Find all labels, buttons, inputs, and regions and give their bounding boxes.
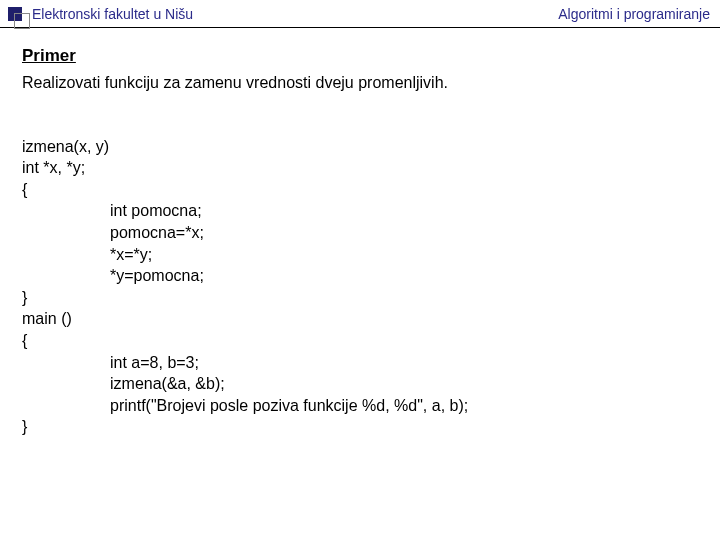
code-line: int pomocna;	[22, 200, 202, 222]
code-block: izmena(x, y) int *x, *y; { int pomocna; …	[22, 114, 698, 438]
slide-content: Primer Realizovati funkciju za zamenu vr…	[0, 28, 720, 456]
code-line: printf("Brojevi posle poziva funkcije %d…	[22, 395, 468, 417]
code-line: *y=pomocna;	[22, 265, 204, 287]
code-line: *x=*y;	[22, 244, 152, 266]
logo-icon	[8, 7, 22, 21]
code-line: pomocna=*x;	[22, 222, 204, 244]
code-line: int *x, *y;	[22, 159, 85, 176]
header-right-text: Algoritmi i programiranje	[558, 6, 710, 22]
description-text: Realizovati funkciju za zamenu vrednosti…	[22, 74, 698, 92]
slide-header: Elektronski fakultet u Nišu Algoritmi i …	[0, 0, 720, 28]
code-line: izmena(x, y)	[22, 138, 109, 155]
code-line: int a=8, b=3;	[22, 352, 199, 374]
section-title: Primer	[22, 46, 698, 66]
code-line: main ()	[22, 310, 72, 327]
code-line: {	[22, 332, 27, 349]
code-line: izmena(&a, &b);	[22, 373, 225, 395]
code-line: }	[22, 289, 27, 306]
code-line: }	[22, 418, 27, 435]
header-left-text: Elektronski fakultet u Nišu	[32, 6, 558, 22]
code-line: {	[22, 181, 27, 198]
